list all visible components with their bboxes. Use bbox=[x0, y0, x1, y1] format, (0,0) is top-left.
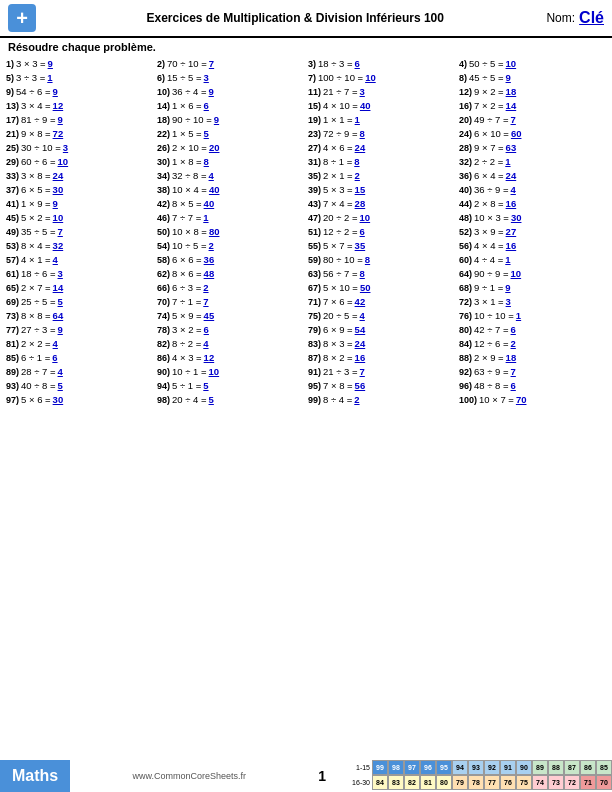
problem-num: 66) bbox=[157, 283, 170, 293]
problem-item: 45)5 × 2 =10 bbox=[4, 210, 155, 224]
score-cell: 97 bbox=[404, 760, 420, 775]
problem-num: 16) bbox=[459, 101, 472, 111]
problem-ans: 72 bbox=[53, 128, 64, 139]
problem-num: 7) bbox=[308, 73, 316, 83]
problem-ans: 9 bbox=[58, 324, 63, 335]
problem-ans: 1 bbox=[47, 72, 52, 83]
problem-item: 38)10 × 4 =40 bbox=[155, 182, 306, 196]
problem-ans: 7 bbox=[511, 114, 516, 125]
problem-expr: 70 ÷ 10 = bbox=[167, 58, 207, 69]
problems-grid: 1)3 × 3 =92)70 ÷ 10 =73)18 ÷ 3 =64)50 ÷ … bbox=[0, 56, 612, 406]
problem-expr: 2 × 9 = bbox=[474, 352, 504, 363]
problem-num: 80) bbox=[459, 325, 472, 335]
problem-num: 83) bbox=[308, 339, 321, 349]
problem-item: 15)4 × 10 =40 bbox=[306, 98, 457, 112]
problem-item: 8)45 ÷ 5 =9 bbox=[457, 70, 608, 84]
problem-num: 15) bbox=[308, 101, 321, 111]
problem-item: 68)9 ÷ 1 =9 bbox=[457, 280, 608, 294]
problem-expr: 54 ÷ 6 = bbox=[16, 86, 51, 97]
problem-item: 89)28 ÷ 7 =4 bbox=[4, 364, 155, 378]
problem-ans: 3 bbox=[63, 142, 68, 153]
problem-item: 99)8 ÷ 4 =2 bbox=[306, 392, 457, 406]
problem-num: 95) bbox=[308, 381, 321, 391]
problem-ans: 5 bbox=[58, 296, 63, 307]
problem-ans: 10 bbox=[53, 212, 64, 223]
problem-ans: 8 bbox=[204, 156, 209, 167]
problem-num: 90) bbox=[157, 367, 170, 377]
problem-num: 3) bbox=[308, 59, 316, 69]
problem-num: 52) bbox=[459, 227, 472, 237]
problem-item: 80)42 ÷ 7 =6 bbox=[457, 322, 608, 336]
problem-num: 49) bbox=[6, 227, 19, 237]
problem-num: 36) bbox=[459, 171, 472, 181]
problem-num: 10) bbox=[157, 87, 170, 97]
problem-num: 26) bbox=[157, 143, 170, 153]
score-cell: 96 bbox=[420, 760, 436, 775]
problem-ans: 4 bbox=[203, 338, 208, 349]
problem-expr: 63 ÷ 9 = bbox=[474, 366, 509, 377]
problem-item: 76)10 ÷ 10 =1 bbox=[457, 308, 608, 322]
problem-item: 69)25 ÷ 5 =5 bbox=[4, 294, 155, 308]
score-cell: 85 bbox=[596, 760, 612, 775]
problem-ans: 1 bbox=[505, 156, 510, 167]
problem-item: 98)20 ÷ 4 =5 bbox=[155, 392, 306, 406]
problem-expr: 1 × 5 = bbox=[172, 128, 202, 139]
problem-ans: 4 bbox=[58, 366, 63, 377]
problem-expr: 8 × 2 = bbox=[323, 352, 353, 363]
score-cell: 73 bbox=[548, 775, 564, 790]
problem-ans: 30 bbox=[53, 184, 64, 195]
problem-num: 53) bbox=[6, 241, 19, 251]
problem-expr: 8 × 4 = bbox=[21, 240, 51, 251]
score-cell: 83 bbox=[388, 775, 404, 790]
problem-ans: 40 bbox=[209, 184, 220, 195]
problem-item: 25)30 ÷ 10 =3 bbox=[4, 140, 155, 154]
problem-expr: 45 ÷ 5 = bbox=[469, 72, 504, 83]
problem-num: 34) bbox=[157, 171, 170, 181]
problem-ans: 5 bbox=[203, 380, 208, 391]
problem-expr: 4 × 1 = bbox=[21, 254, 51, 265]
problem-num: 79) bbox=[308, 325, 321, 335]
problem-num: 5) bbox=[6, 73, 14, 83]
problem-expr: 1 × 1 = bbox=[323, 114, 353, 125]
problem-expr: 1 × 8 = bbox=[172, 156, 202, 167]
problem-num: 74) bbox=[157, 311, 170, 321]
problem-item: 3)18 ÷ 3 =6 bbox=[306, 56, 457, 70]
problem-item: 30)1 × 8 =8 bbox=[155, 154, 306, 168]
problem-item: 81)2 × 2 =4 bbox=[4, 336, 155, 350]
problem-item: 51)12 ÷ 2 =6 bbox=[306, 224, 457, 238]
problem-num: 50) bbox=[157, 227, 170, 237]
problem-expr: 18 ÷ 6 = bbox=[21, 268, 56, 279]
problem-expr: 80 ÷ 10 = bbox=[323, 254, 363, 265]
problem-item: 73)8 × 8 =64 bbox=[4, 308, 155, 322]
problem-num: 58) bbox=[157, 255, 170, 265]
problem-expr: 1 × 6 = bbox=[172, 100, 202, 111]
problem-item: 14)1 × 6 =6 bbox=[155, 98, 306, 112]
problem-expr: 6 × 9 = bbox=[323, 324, 353, 335]
problem-num: 1) bbox=[6, 59, 14, 69]
nom-label: Nom: bbox=[546, 11, 575, 25]
score-cell: 86 bbox=[580, 760, 596, 775]
problem-expr: 25 ÷ 5 = bbox=[21, 296, 56, 307]
problem-ans: 9 bbox=[53, 86, 58, 97]
problem-num: 9) bbox=[6, 87, 14, 97]
score-cell: 87 bbox=[564, 760, 580, 775]
problem-num: 33) bbox=[6, 171, 19, 181]
problem-item: 79)6 × 9 =54 bbox=[306, 322, 457, 336]
problem-num: 85) bbox=[6, 353, 19, 363]
problem-num: 24) bbox=[459, 129, 472, 139]
problem-ans: 4 bbox=[360, 310, 365, 321]
problem-num: 2) bbox=[157, 59, 165, 69]
problem-expr: 81 ÷ 9 = bbox=[21, 114, 56, 125]
problem-expr: 10 ÷ 5 = bbox=[172, 240, 207, 251]
footer-url: www.CommonCoreSheets.fr bbox=[70, 760, 308, 792]
problem-item: 62)8 × 6 =48 bbox=[155, 266, 306, 280]
problem-expr: 100 ÷ 10 = bbox=[318, 72, 363, 83]
problem-ans: 4 bbox=[53, 254, 58, 265]
problem-num: 19) bbox=[308, 115, 321, 125]
problem-ans: 16 bbox=[506, 240, 517, 251]
problem-item: 94)5 ÷ 1 =5 bbox=[155, 378, 306, 392]
problem-ans: 8 bbox=[360, 128, 365, 139]
problem-ans: 9 bbox=[48, 58, 53, 69]
problem-expr: 3 × 8 = bbox=[21, 170, 51, 181]
problem-item: 82)8 ÷ 2 =4 bbox=[155, 336, 306, 350]
